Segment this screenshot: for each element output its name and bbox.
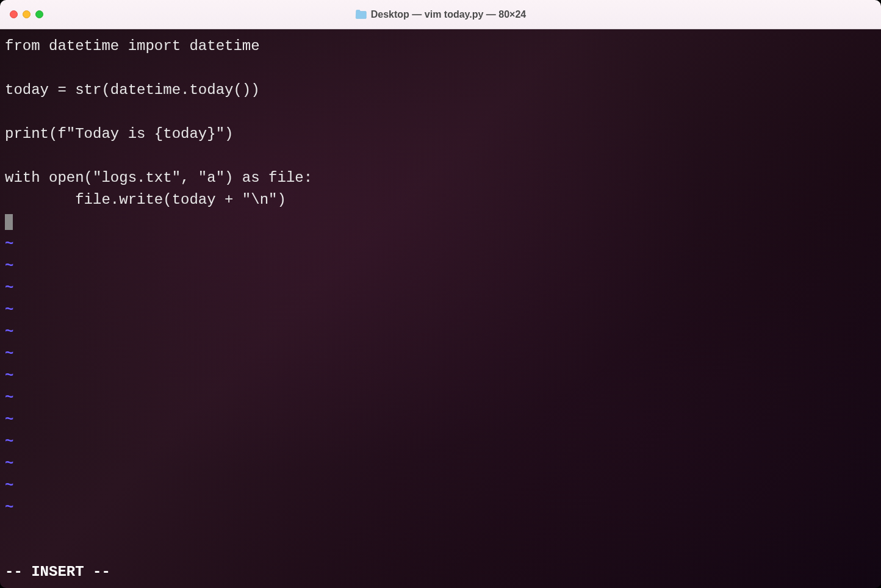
close-button[interactable]: [10, 10, 18, 18]
empty-line-tilde[interactable]: ~: [5, 409, 876, 431]
terminal-window: Desktop — vim today.py — 80×24 from date…: [0, 0, 881, 588]
traffic-lights: [10, 10, 43, 18]
code-line[interactable]: [5, 57, 876, 79]
code-line[interactable]: [5, 101, 876, 123]
code-line[interactable]: from datetime import datetime: [5, 35, 876, 57]
code-line[interactable]: today = str(datetime.today()): [5, 79, 876, 101]
empty-line-tilde[interactable]: ~: [5, 387, 876, 409]
empty-line-tilde[interactable]: ~: [5, 453, 876, 475]
vim-mode-indicator: -- INSERT --: [5, 561, 110, 583]
code-line[interactable]: print(f"Today is {today}"): [5, 123, 876, 145]
empty-line-tilde[interactable]: ~: [5, 277, 876, 299]
empty-line-tilde[interactable]: ~: [5, 475, 876, 497]
empty-line-tilde[interactable]: ~: [5, 255, 876, 277]
code-line[interactable]: [5, 145, 876, 167]
folder-icon: [355, 10, 367, 20]
code-line[interactable]: file.write(today + "\n"): [5, 189, 876, 211]
cursor: [5, 214, 13, 230]
window-titlebar[interactable]: Desktop — vim today.py — 80×24: [0, 0, 881, 29]
empty-line-tilde[interactable]: ~: [5, 365, 876, 387]
maximize-button[interactable]: [35, 10, 43, 18]
window-title: Desktop — vim today.py — 80×24: [371, 9, 526, 20]
empty-line-tilde[interactable]: ~: [5, 299, 876, 321]
minimize-button[interactable]: [23, 10, 31, 18]
cursor-line[interactable]: [5, 211, 876, 233]
empty-line-tilde[interactable]: ~: [5, 321, 876, 343]
empty-line-tilde[interactable]: ~: [5, 233, 876, 255]
window-title-container: Desktop — vim today.py — 80×24: [355, 9, 526, 20]
empty-line-tilde[interactable]: ~: [5, 431, 876, 453]
code-line[interactable]: with open("logs.txt", "a") as file:: [5, 167, 876, 189]
terminal-body[interactable]: from datetime import datetime today = st…: [0, 29, 881, 588]
editor-area[interactable]: from datetime import datetime today = st…: [5, 35, 876, 518]
empty-line-tilde[interactable]: ~: [5, 343, 876, 365]
empty-line-tilde[interactable]: ~: [5, 497, 876, 518]
